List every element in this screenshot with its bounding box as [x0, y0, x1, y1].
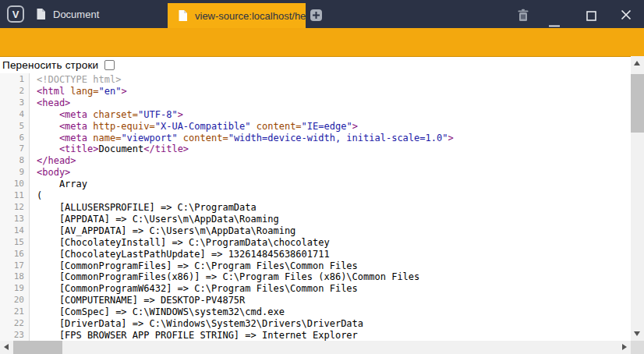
- code-line: <body>: [37, 167, 631, 179]
- close-button[interactable]: [621, 9, 632, 23]
- line-number: 14: [0, 225, 29, 237]
- tab-document[interactable]: Document: [28, 0, 162, 28]
- line-gutter: 1234567891011121314151617181920212223: [0, 73, 30, 341]
- code-line: <meta charset="UTF-8">: [37, 109, 631, 121]
- source-code[interactable]: <!DOCTYPE html><html lang="en"><head> <m…: [30, 73, 631, 341]
- line-number: 11: [0, 190, 29, 202]
- scroll-up-arrow-icon[interactable]: [634, 61, 640, 65]
- code-line: [ComSpec] => C:\WINDOWS\system32\cmd.exe: [37, 306, 631, 318]
- vertical-scrollbar[interactable]: [631, 56, 644, 341]
- code-line: <!DOCTYPE html>: [37, 74, 631, 86]
- scroll-down-arrow-icon[interactable]: [634, 331, 640, 336]
- trash-button[interactable]: [517, 9, 529, 25]
- code-line: [APPDATA] => C:\Users\m\AppData\Roaming: [37, 214, 631, 225]
- line-number: 15: [0, 237, 29, 249]
- code-line: Array: [37, 179, 631, 190]
- code-line: [COMPUTERNAME] => DESKTOP-PV4875R: [37, 295, 631, 306]
- navigation-toolbar: view-source:htt... Искать в Google: [0, 28, 644, 57]
- code-line: [ChocolateyInstall] => C:\ProgramData\ch…: [37, 237, 631, 249]
- line-number: 18: [0, 271, 29, 283]
- code-line: [ChocolateyLastPathUpdate] => 1326148456…: [37, 249, 631, 260]
- maximize-icon: [586, 11, 596, 21]
- line-number: 22: [0, 318, 29, 330]
- vertical-scrollbar-thumb[interactable]: [631, 74, 644, 133]
- code-line: <html lang="en">: [37, 86, 631, 97]
- line-number: 1: [0, 74, 29, 86]
- line-number: 19: [0, 283, 29, 295]
- code-line: [AV_APPDATA] => C:\Users\m\AppData\Roami…: [37, 225, 631, 237]
- code-line: [CommonProgramFiles(x86)] => C:\Program …: [37, 271, 631, 283]
- line-number: 10: [0, 179, 29, 190]
- line-number: 4: [0, 109, 29, 121]
- horizontal-scrollbar[interactable]: [0, 341, 631, 354]
- trash-icon: [517, 9, 529, 22]
- vivaldi-logo-icon: V: [12, 9, 19, 20]
- wrap-lines-row: Переносить строки: [0, 57, 631, 73]
- scrollbar-corner: [631, 341, 644, 354]
- plus-icon: [313, 12, 320, 19]
- line-number: 17: [0, 260, 29, 272]
- line-number: 6: [0, 133, 29, 144]
- source-viewer: 1234567891011121314151617181920212223 <!…: [0, 73, 631, 341]
- code-line: [ALLUSERSPROFILE] => C:\ProgramData: [37, 202, 631, 214]
- maximize-button[interactable]: [586, 10, 596, 24]
- line-number: 9: [0, 167, 29, 179]
- code-line: (: [37, 190, 631, 202]
- tab-bar: V Document view-source:localhost/hello: [0, 0, 644, 28]
- wrap-lines-checkbox[interactable]: [104, 60, 115, 70]
- close-icon: [621, 9, 632, 20]
- line-number: 16: [0, 249, 29, 260]
- code-line: </head>: [37, 155, 631, 167]
- code-line: [CommonProgramW6432] => C:\Program Files…: [37, 283, 631, 295]
- scroll-left-arrow-icon[interactable]: [4, 344, 9, 350]
- line-number: 23: [0, 330, 29, 341]
- line-number: 2: [0, 86, 29, 97]
- code-line: [FPS BROWSER APP PROFILE STRING] => Inte…: [37, 330, 631, 341]
- scroll-right-arrow-icon[interactable]: [622, 344, 627, 350]
- line-number: 21: [0, 306, 29, 318]
- code-line: [DriverData] => C:\Windows\System32\Driv…: [37, 318, 631, 330]
- code-line: <meta name="viewport" content="width=dev…: [37, 133, 631, 144]
- tab-label: Document: [53, 9, 99, 20]
- code-line: [CommonProgramFiles] => C:\Program Files…: [37, 260, 631, 272]
- vivaldi-menu-button[interactable]: V: [7, 5, 24, 23]
- new-tab-button[interactable]: [310, 9, 322, 21]
- tab-label: view-source:localhost/hello: [195, 10, 306, 22]
- horizontal-scrollbar-thumb[interactable]: [13, 341, 62, 354]
- wrap-lines-label: Переносить строки: [2, 59, 98, 71]
- tab-view-source[interactable]: view-source:localhost/hello: [168, 3, 306, 28]
- line-number: 13: [0, 214, 29, 225]
- minimize-icon: [549, 25, 560, 27]
- page-icon: [36, 8, 46, 20]
- line-number: 12: [0, 202, 29, 214]
- line-number: 3: [0, 97, 29, 109]
- code-line: <head>: [37, 97, 631, 109]
- code-line: <meta http-equiv="X-UA-Compatible" conte…: [37, 121, 631, 133]
- line-number: 8: [0, 155, 29, 167]
- page-icon: [178, 9, 188, 22]
- line-number: 20: [0, 295, 29, 306]
- line-number: 5: [0, 121, 29, 133]
- line-number: 7: [0, 143, 29, 155]
- code-line: <title>Document</title>: [37, 143, 631, 155]
